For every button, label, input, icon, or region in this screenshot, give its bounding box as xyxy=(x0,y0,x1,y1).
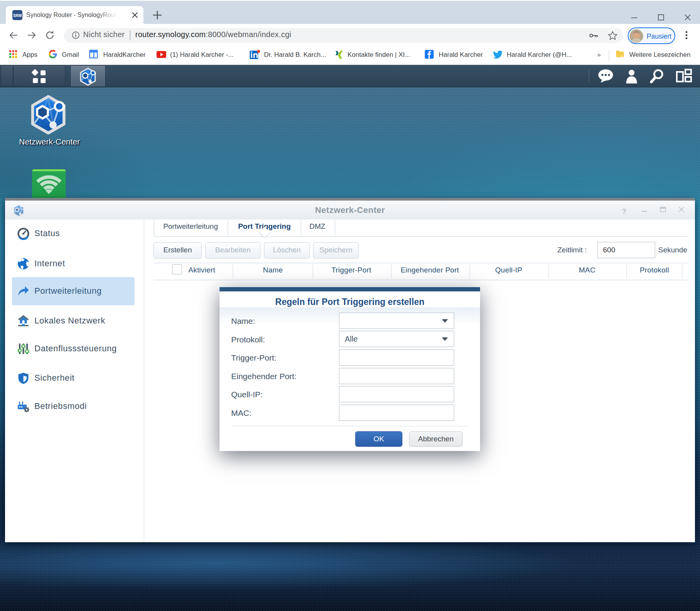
svg-text:SRM: SRM xyxy=(13,14,22,18)
